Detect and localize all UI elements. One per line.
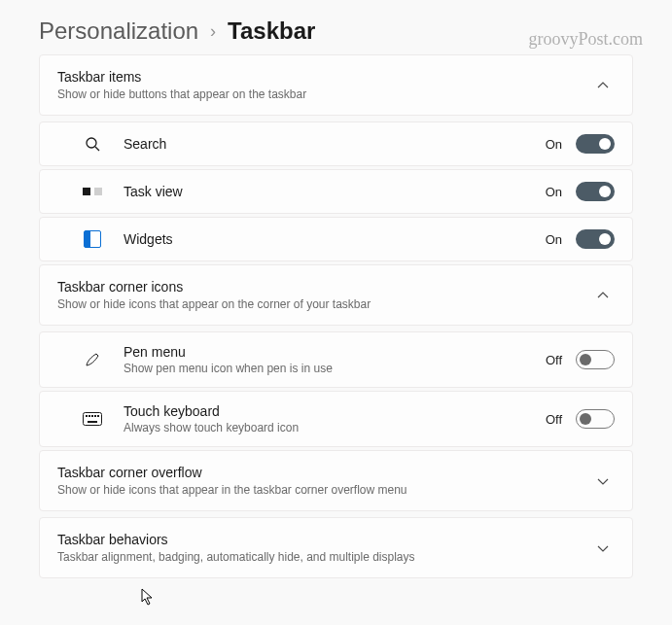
svg-rect-5 bbox=[91, 415, 93, 417]
svg-point-0 bbox=[87, 138, 96, 148]
row-label: Touch keyboard bbox=[124, 403, 546, 419]
settings-content: Taskbar items Show or hide buttons that … bbox=[0, 54, 672, 578]
section-behaviors: Taskbar behaviors Taskbar alignment, bad… bbox=[39, 517, 633, 578]
svg-rect-4 bbox=[88, 415, 90, 417]
chevron-right-icon: › bbox=[210, 21, 216, 42]
section-header-corner-overflow[interactable]: Taskbar corner overflow Show or hide ico… bbox=[40, 451, 632, 510]
row-sublabel: Always show touch keyboard icon bbox=[124, 421, 546, 434]
section-taskbar-items: Taskbar items Show or hide buttons that … bbox=[39, 54, 633, 116]
section-header-corner-icons[interactable]: Taskbar corner icons Show or hide icons … bbox=[40, 265, 632, 325]
toggle-pen-menu[interactable] bbox=[576, 350, 615, 369]
svg-rect-7 bbox=[97, 415, 99, 417]
svg-rect-6 bbox=[94, 415, 96, 417]
task-view-icon bbox=[79, 182, 106, 201]
toggle-state: On bbox=[546, 232, 562, 247]
toggle-search[interactable] bbox=[576, 134, 615, 154]
toggle-task-view[interactable] bbox=[576, 182, 615, 201]
section-header-taskbar-items[interactable]: Taskbar items Show or hide buttons that … bbox=[40, 55, 632, 115]
svg-rect-3 bbox=[86, 415, 88, 417]
toggle-state: On bbox=[546, 137, 562, 152]
row-label: Search bbox=[124, 136, 546, 152]
row-pen-menu: Pen menu Show pen menu icon when pen is … bbox=[39, 331, 633, 388]
toggle-state: Off bbox=[546, 412, 562, 427]
row-task-view: Task view On bbox=[39, 169, 633, 214]
keyboard-icon bbox=[79, 409, 106, 429]
svg-line-1 bbox=[95, 147, 99, 151]
toggle-touch-keyboard[interactable] bbox=[576, 409, 615, 429]
pen-icon bbox=[79, 350, 106, 369]
row-label: Pen menu bbox=[124, 344, 546, 360]
mouse-cursor-icon bbox=[141, 588, 155, 606]
breadcrumb-parent[interactable]: Personalization bbox=[39, 17, 198, 45]
chevron-down-icon[interactable] bbox=[591, 469, 615, 493]
toggle-state: On bbox=[546, 185, 562, 199]
row-touch-keyboard: Touch keyboard Always show touch keyboar… bbox=[39, 391, 633, 447]
row-label: Task view bbox=[124, 184, 546, 199]
section-subtitle: Show or hide icons that appear on the co… bbox=[57, 297, 591, 311]
row-label: Widgets bbox=[124, 231, 546, 247]
toggle-widgets[interactable] bbox=[576, 229, 615, 249]
row-sublabel: Show pen menu icon when pen is in use bbox=[124, 362, 546, 375]
row-widgets: Widgets On bbox=[39, 217, 633, 261]
section-title: Taskbar corner overflow bbox=[57, 465, 591, 480]
section-corner-icons: Taskbar corner icons Show or hide icons … bbox=[39, 264, 633, 326]
chevron-down-icon[interactable] bbox=[591, 537, 615, 560]
chevron-up-icon[interactable] bbox=[591, 284, 615, 307]
search-icon bbox=[79, 134, 106, 154]
widgets-icon bbox=[79, 229, 106, 249]
watermark: groovyPost.com bbox=[528, 29, 643, 50]
chevron-up-icon[interactable] bbox=[591, 74, 615, 97]
section-title: Taskbar items bbox=[57, 69, 591, 85]
svg-rect-2 bbox=[84, 413, 102, 426]
toggle-state: Off bbox=[546, 353, 562, 367]
section-title: Taskbar behaviors bbox=[57, 532, 591, 547]
section-subtitle: Show or hide icons that appear in the ta… bbox=[57, 483, 591, 497]
row-search: Search On bbox=[39, 122, 633, 166]
breadcrumb-current: Taskbar bbox=[228, 17, 315, 45]
section-header-behaviors[interactable]: Taskbar behaviors Taskbar alignment, bad… bbox=[40, 518, 632, 577]
section-corner-overflow: Taskbar corner overflow Show or hide ico… bbox=[39, 450, 633, 511]
section-title: Taskbar corner icons bbox=[57, 279, 591, 295]
svg-rect-8 bbox=[88, 421, 97, 423]
section-subtitle: Taskbar alignment, badging, automaticall… bbox=[57, 550, 591, 564]
section-subtitle: Show or hide buttons that appear on the … bbox=[57, 87, 591, 101]
